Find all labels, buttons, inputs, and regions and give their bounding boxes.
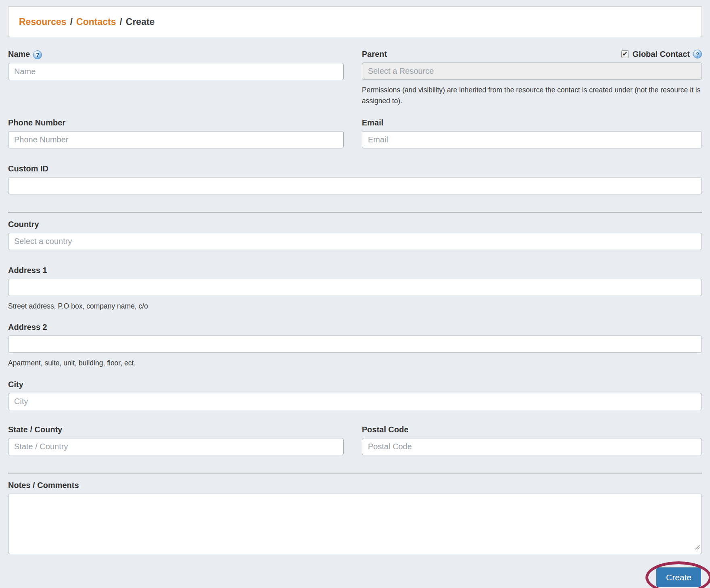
- global-contact-label: Global Contact: [633, 49, 690, 59]
- notes-field-group: Notes / Comments: [8, 480, 702, 554]
- breadcrumb-current-create: Create: [126, 17, 155, 27]
- city-input[interactable]: [8, 393, 702, 410]
- address1-helper-text: Street address, P.O box, company name, c…: [8, 301, 702, 312]
- create-button[interactable]: Create: [656, 567, 701, 587]
- section-divider: [8, 212, 702, 213]
- breadcrumb: Resources / Contacts / Create: [8, 6, 702, 37]
- section-divider: [8, 473, 702, 473]
- breadcrumb-resources-link[interactable]: Resources: [19, 17, 67, 27]
- email-field-group: Email: [362, 118, 702, 148]
- name-field-group: Name?: [8, 49, 344, 106]
- state-field-group: State / County: [8, 425, 344, 455]
- email-input[interactable]: [362, 131, 702, 148]
- postal-code-field-group: Postal Code: [362, 425, 702, 455]
- address1-input[interactable]: [8, 279, 702, 296]
- breadcrumb-separator: /: [70, 17, 73, 27]
- notes-textarea[interactable]: [8, 494, 702, 554]
- state-input[interactable]: [8, 438, 344, 455]
- form-actions: Create: [8, 567, 702, 587]
- phone-input[interactable]: [8, 131, 344, 148]
- state-label: State / County: [8, 425, 344, 434]
- breadcrumb-separator: /: [119, 17, 122, 27]
- country-select[interactable]: Select a country: [8, 233, 702, 250]
- custom-id-field-group: Custom ID: [8, 164, 702, 194]
- global-contact-group: ✔ Global Contact ?: [621, 49, 702, 59]
- phone-field-group: Phone Number: [8, 118, 344, 148]
- name-label-text: Name: [8, 50, 30, 58]
- phone-label: Phone Number: [8, 118, 344, 127]
- address1-field-group: Address 1 Street address, P.O box, compa…: [8, 265, 702, 312]
- postal-code-input[interactable]: [362, 438, 702, 455]
- breadcrumb-contacts-link[interactable]: Contacts: [76, 17, 116, 27]
- address2-helper-text: Apartment, suite, unit, building, floor,…: [8, 358, 702, 369]
- parent-select-value: Select a Resource: [368, 67, 434, 76]
- custom-id-input[interactable]: [8, 177, 702, 194]
- address2-input[interactable]: [8, 336, 702, 353]
- address1-label: Address 1: [8, 265, 702, 275]
- address2-label: Address 2: [8, 322, 702, 332]
- notes-label: Notes / Comments: [8, 480, 702, 490]
- country-label: Country: [8, 219, 702, 229]
- parent-label: Parent: [362, 49, 387, 59]
- parent-helper-text: Permissions (and visibility) are inherit…: [362, 85, 702, 106]
- email-label: Email: [362, 118, 702, 127]
- address2-field-group: Address 2 Apartment, suite, unit, buildi…: [8, 322, 702, 369]
- city-label: City: [8, 379, 702, 389]
- parent-field-group: Parent ✔ Global Contact ? Select a Resou…: [362, 49, 702, 106]
- help-icon[interactable]: ?: [33, 50, 42, 59]
- help-icon[interactable]: ?: [693, 50, 702, 58]
- name-input[interactable]: [8, 63, 344, 80]
- create-contact-page: Resources / Contacts / Create Name? Pare…: [0, 6, 710, 588]
- city-field-group: City: [8, 379, 702, 410]
- postal-code-label: Postal Code: [362, 425, 702, 434]
- global-contact-checkbox[interactable]: ✔: [621, 50, 629, 58]
- country-field-group: Country Select a country: [8, 219, 702, 250]
- country-select-value: Select a country: [14, 237, 72, 246]
- parent-select[interactable]: Select a Resource: [362, 63, 702, 80]
- name-label: Name?: [8, 49, 344, 59]
- custom-id-label: Custom ID: [8, 164, 702, 173]
